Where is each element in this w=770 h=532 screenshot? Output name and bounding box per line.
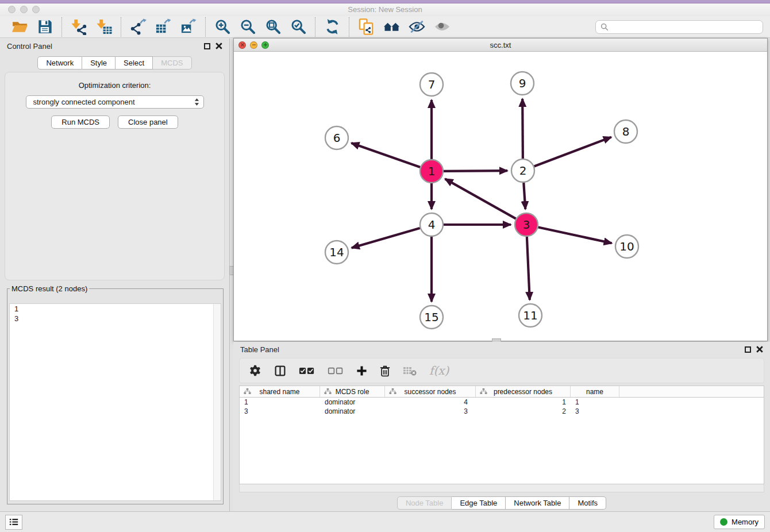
show-all-networks-button[interactable] [379,17,404,37]
cell-name[interactable]: 3 [571,407,619,415]
memory-button[interactable]: Memory [714,515,765,529]
column-visibility-button[interactable] [274,365,286,377]
copy-network-button[interactable] [353,17,379,37]
export-table-button[interactable] [151,17,176,37]
export-network-button[interactable] [125,17,151,37]
import-table-button[interactable] [91,17,117,37]
float-table-panel-icon[interactable] [745,346,751,353]
column-type-icon [324,388,332,395]
show-panels-list-button[interactable] [5,515,22,530]
table-row[interactable]: 3dominator323 [240,407,764,416]
network-window-titlebar[interactable]: scc.txt [234,38,767,52]
column-header-shared-name[interactable]: shared name [240,386,320,397]
search-box[interactable] [595,20,763,34]
cell-mcds-role[interactable]: dominator [320,407,385,415]
graph-node-10[interactable]: 10 [615,235,638,258]
add-row-plus-button[interactable] [356,365,367,376]
mcds-result-item[interactable]: 3 [10,314,221,323]
optimization-criterion-select[interactable]: strongly connected component [26,95,204,109]
graph-node-11[interactable]: 11 [519,304,542,327]
close-panel-icon[interactable] [215,43,222,49]
delete-row-trash-button[interactable] [380,365,390,377]
graph-node-14[interactable]: 14 [325,241,348,264]
column-label: name [586,388,603,396]
graph-node-4[interactable]: 4 [420,213,443,236]
svg-text:6: 6 [333,131,341,145]
graph-node-3[interactable]: 3 [515,213,538,236]
close-panel-button[interactable]: Close panel [118,115,178,129]
network-view-window[interactable]: scc.txt 7968124314101511 [233,38,768,341]
eye-button[interactable] [429,17,455,37]
graph-node-9[interactable]: 9 [511,72,534,95]
search-icon [600,23,609,31]
import-network-button[interactable] [66,17,91,37]
tab-edge-table[interactable]: Edge Table [452,496,506,510]
mcds-result-item[interactable]: 1 [10,304,221,314]
graph-node-7[interactable]: 7 [420,73,443,96]
zoom-selected-button[interactable] [286,17,311,37]
network-zoom-icon[interactable] [261,41,269,49]
graph-edge-4-14[interactable] [352,228,420,248]
run-mcds-button[interactable]: Run MCDS [51,115,110,129]
graph-edge-3-11[interactable] [527,237,530,300]
select-all-checks-button[interactable] [299,367,315,375]
result-scrollbar[interactable] [213,304,221,500]
mcds-result-list[interactable]: 13 [9,303,221,501]
graph-edge-2-9[interactable] [522,99,523,159]
svg-text:10: 10 [619,240,634,253]
tab-motifs[interactable]: Motifs [569,496,606,510]
save-session-icon [37,18,53,35]
graph-node-8[interactable]: 8 [614,120,637,143]
column-header-mcds-role[interactable]: MCDS role [320,386,385,397]
float-panel-icon[interactable] [204,43,210,49]
table-row[interactable]: 1dominator411 [240,398,764,407]
show-all-networks-icon [383,18,400,35]
graph-edge-1-2[interactable] [444,171,507,171]
tab-select[interactable]: Select [116,56,153,70]
table-settings-gear-button[interactable] [249,364,261,377]
main-titlebar[interactable]: Session: New Session [0,3,770,16]
cell-name[interactable]: 1 [571,398,619,406]
deselect-all-checks-button[interactable] [328,367,344,375]
cell-successor-nodes[interactable]: 3 [385,407,476,415]
network-canvas[interactable]: 7968124314101511 [234,51,767,341]
column-header-predecessor-nodes[interactable]: predecessor nodes [476,386,571,397]
toolbar-separator [315,17,315,37]
graph-edge-3-10[interactable] [538,228,612,244]
cell-shared-name[interactable]: 1 [240,398,320,406]
table-horizontal-scrollbar[interactable] [239,484,764,492]
eye-slash-button[interactable] [404,17,429,37]
open-session-button[interactable] [7,17,32,37]
export-image-button[interactable] [176,17,201,37]
network-close-icon[interactable] [238,41,246,49]
network-minimize-icon[interactable] [250,41,257,49]
graph-edge-1-6[interactable] [352,143,421,167]
tab-node-table[interactable]: Node Table [397,496,452,510]
tab-style[interactable]: Style [82,56,116,70]
refresh-view-button[interactable] [319,17,345,37]
column-header-name[interactable]: name [571,386,619,397]
search-input[interactable] [612,22,758,32]
zoom-fit-button[interactable] [260,17,286,37]
save-session-button[interactable] [32,17,57,37]
zoom-in-button[interactable] [210,17,235,37]
close-table-panel-icon[interactable] [756,346,763,353]
graph-edge-2-8[interactable] [534,137,611,167]
cell-predecessor-nodes[interactable]: 2 [476,407,571,415]
node-table[interactable]: shared nameMCDS rolesuccessor nodesprede… [239,385,764,484]
zoom-out-button[interactable] [235,17,260,37]
graph-node-15[interactable]: 15 [420,306,443,329]
graph-node-2[interactable]: 2 [511,159,534,182]
cell-successor-nodes[interactable]: 4 [385,398,476,406]
graph-node-1[interactable]: 1 [420,160,443,183]
cell-shared-name[interactable]: 3 [240,407,320,415]
graph-edge-3-1[interactable] [445,179,516,218]
column-header-successor-nodes[interactable]: successor nodes [385,386,476,397]
tab-mcds[interactable]: MCDS [153,56,191,70]
graph-edge-2-3[interactable] [523,183,525,209]
graph-node-6[interactable]: 6 [325,126,348,149]
tab-network-table[interactable]: Network Table [506,496,569,510]
cell-mcds-role[interactable]: dominator [320,398,385,406]
cell-predecessor-nodes[interactable]: 1 [476,398,571,406]
tab-network[interactable]: Network [37,56,82,70]
